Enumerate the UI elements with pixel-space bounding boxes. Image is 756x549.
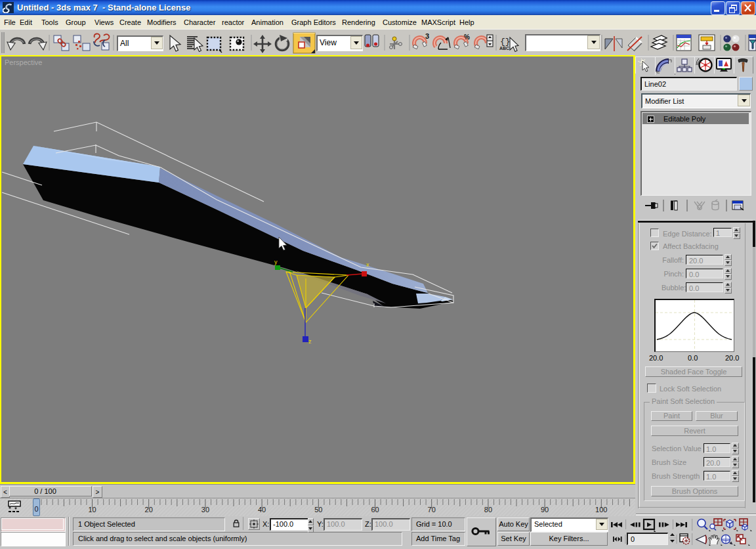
svg-text:10: 10 bbox=[88, 506, 96, 514]
svg-text:3: 3 bbox=[425, 32, 429, 40]
svg-text:80: 80 bbox=[484, 506, 492, 514]
svg-text:40: 40 bbox=[258, 506, 266, 514]
svg-text:x: x bbox=[366, 261, 369, 268]
svg-text:{}: {} bbox=[500, 37, 511, 47]
svg-text:100: 100 bbox=[595, 506, 607, 514]
svg-text:60: 60 bbox=[371, 506, 379, 514]
svg-text:z: z bbox=[308, 338, 312, 345]
svg-text:ABC: ABC bbox=[499, 46, 509, 51]
svg-text:y: y bbox=[274, 259, 278, 265]
svg-text:50: 50 bbox=[314, 506, 322, 514]
svg-text:90: 90 bbox=[541, 506, 549, 514]
svg-text:20: 20 bbox=[145, 506, 153, 514]
svg-text:70: 70 bbox=[428, 506, 436, 514]
svg-text:30: 30 bbox=[201, 506, 209, 514]
svg-text:%: % bbox=[464, 33, 470, 41]
